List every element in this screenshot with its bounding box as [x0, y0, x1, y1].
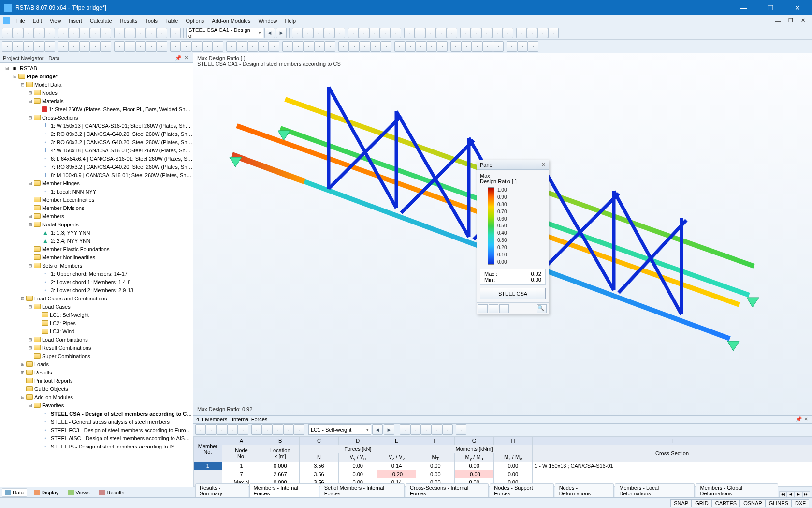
navigator-tab-display[interactable]: Display	[31, 488, 61, 497]
navigator-tree[interactable]: ⊞■RSTAB⊟Pipe bridge*⊟Model Data⊞Nodes⊟Ma…	[0, 63, 193, 487]
navigator-close-icon[interactable]: ✕	[182, 55, 190, 61]
tree-node[interactable]: LC1: Self-weight	[0, 311, 193, 319]
tree-expander-icon[interactable]: ⊞	[27, 345, 34, 350]
toolbar-button[interactable]: ·	[325, 41, 335, 52]
toolbar-button[interactable]: ·	[114, 28, 125, 38]
toolbar-button[interactable]: ·	[191, 41, 202, 52]
results-tab[interactable]: Set of Members - Internal Forces	[320, 483, 405, 497]
tree-node[interactable]: ⊞Nodes	[0, 89, 193, 97]
menu-options[interactable]: Options	[182, 17, 208, 25]
toolbar-button[interactable]: ·	[79, 41, 90, 52]
tree-expander-icon[interactable]: ⊟	[27, 263, 34, 268]
status-toggle-dxf[interactable]: DXF	[792, 499, 809, 507]
maximize-button[interactable]: ☐	[760, 1, 781, 15]
mdi-close-button[interactable]: ✕	[797, 16, 809, 25]
toolbar-button[interactable]: ·	[503, 28, 513, 38]
toolbar-button[interactable]: ·	[181, 41, 191, 52]
menu-table[interactable]: Table	[161, 17, 182, 25]
tree-node[interactable]: ◦1: Upper chord: Members: 14-17	[0, 269, 193, 278]
toolbar-button[interactable]: ·	[405, 41, 416, 52]
tree-node[interactable]: ⊟Load Cases and Combinations	[0, 294, 193, 302]
toolbar-button[interactable]: ·	[2, 28, 13, 38]
toolbar-button[interactable]: ·	[410, 424, 421, 435]
menu-insert[interactable]: Insert	[65, 17, 86, 25]
tree-expander-icon[interactable]: ⊟	[12, 74, 18, 79]
toolbar-button[interactable]: ·	[238, 424, 248, 435]
mdi-restore-button[interactable]: ❐	[784, 16, 797, 25]
tree-node[interactable]: ◦1: Local; NNN NYY	[0, 187, 193, 195]
toolbar-button[interactable]: ·	[394, 41, 405, 52]
tree-node[interactable]: ⊟Member Hinges	[0, 179, 193, 187]
tree-expander-icon[interactable]: ⊞	[19, 362, 26, 367]
tree-node[interactable]: ⊟Materials	[0, 97, 193, 105]
grid-pin-icon[interactable]: 📌	[796, 416, 802, 422]
toolbar-button[interactable]: ·	[537, 28, 548, 38]
toolbar-button[interactable]: ·	[258, 41, 269, 52]
toolbar-button[interactable]: ·	[58, 41, 69, 52]
toolbar-button[interactable]: ·	[44, 28, 55, 38]
toolbar-button[interactable]: ·	[493, 41, 504, 52]
navigator-tab-results[interactable]: Results	[96, 488, 127, 497]
toolbar-button[interactable]: ·	[34, 28, 44, 38]
model-viewport[interactable]: Max Design Ratio [-] STEEL CSA CA1 - Des…	[193, 53, 812, 415]
menu-file[interactable]: File	[13, 17, 29, 25]
table-row[interactable]: 110.0003.560.000.140.000.000.001 - W 150…	[194, 462, 812, 470]
toolbar-button[interactable]: ·	[170, 28, 181, 38]
tree-node[interactable]: ⊞Results	[0, 368, 193, 376]
results-panel[interactable]: Panel ✕ Max Design Ratio [-] 1.000.900.8…	[477, 160, 549, 314]
toolbar-button[interactable]: ·	[314, 41, 325, 52]
toolbar-button[interactable]: ·	[101, 28, 111, 38]
toolbar-button[interactable]: ·	[421, 424, 432, 435]
tree-expander-icon[interactable]: ⊞	[4, 66, 11, 71]
tab-scroll-button[interactable]: ►	[795, 491, 802, 497]
toolbar-button[interactable]: ·	[79, 28, 90, 38]
tab-scroll-button[interactable]: ◄	[787, 491, 795, 497]
tree-node[interactable]: LC3: Wind	[0, 327, 193, 335]
results-tab[interactable]: Members - Internal Forces	[249, 483, 319, 497]
menu-tools[interactable]: Tools	[141, 17, 161, 25]
toolbar-button[interactable]: ·	[146, 28, 157, 38]
results-tab[interactable]: Members - Global Deformations	[696, 483, 778, 497]
toolbar-nav-next[interactable]: ►	[276, 28, 287, 38]
toolbar-button[interactable]: ·	[380, 28, 391, 38]
toolbar-button[interactable]: ·	[294, 424, 304, 435]
toolbar-button[interactable]: ·	[324, 28, 334, 38]
status-toggle-glines[interactable]: GLINES	[766, 499, 792, 507]
panel-tab-1[interactable]	[478, 304, 488, 313]
module-combo[interactable]: STEEL CSA CA1 - Design of	[186, 28, 263, 38]
toolbar-button[interactable]: ·	[283, 424, 294, 435]
tree-node[interactable]: LC2: Pipes	[0, 319, 193, 327]
toolbar-button[interactable]: ·	[415, 28, 425, 38]
tree-expander-icon[interactable]: ⊞	[19, 370, 26, 375]
tree-expander-icon[interactable]: ⊟	[27, 403, 34, 408]
toolbar-button[interactable]: ·	[425, 28, 436, 38]
toolbar-button[interactable]: ·	[227, 424, 238, 435]
toolbar-button[interactable]: ·	[69, 41, 79, 52]
toolbar-button[interactable]: ·	[334, 28, 345, 38]
toolbar-button[interactable]: ·	[273, 424, 283, 435]
toolbar-button[interactable]: ·	[2, 41, 13, 52]
navigator-tab-data[interactable]: Data	[2, 488, 27, 497]
panel-zoom-icon[interactable]: 🔍	[537, 304, 547, 313]
results-tab[interactable]: Nodes - Deformations	[555, 483, 614, 497]
status-toggle-osnap[interactable]: OSNAP	[740, 499, 766, 507]
toolbar-button[interactable]: ·	[157, 41, 167, 52]
toolbar-button[interactable]: ·	[90, 28, 101, 38]
minimize-button[interactable]: —	[733, 1, 754, 15]
tree-node[interactable]: I8: M 100x8.9 | CAN/CSA-S16-01; Steel 26…	[0, 171, 193, 179]
results-grid[interactable]: MemberNo.ABCDEFGHINodeNo.Locationx [m]Fo…	[193, 436, 812, 487]
toolbar-button[interactable]: ·	[381, 41, 392, 52]
toolbar-button[interactable]: ·	[304, 41, 314, 52]
table-row[interactable]: 72.6673.560.00-0.200.00-0.080.00	[194, 470, 812, 478]
toolbar-button[interactable]: ·	[471, 28, 481, 38]
results-tab[interactable]: Cross-Sections - Internal Forces	[406, 483, 489, 497]
tree-expander-icon[interactable]: ⊟	[19, 82, 26, 87]
tree-node[interactable]: ⊟Add-on Modules	[0, 393, 193, 401]
tree-expander-icon[interactable]: ⊟	[27, 222, 34, 227]
tree-expander-icon[interactable]: ⊟	[19, 395, 26, 400]
tree-node[interactable]: ◦2: RO 89x3.2 | CAN/CSA-G40.20; Steel 26…	[0, 130, 193, 138]
toolbar-button[interactable]: ·	[507, 41, 517, 52]
toolbar-button[interactable]: ·	[400, 424, 410, 435]
panel-tab-2[interactable]	[489, 304, 498, 313]
toolbar-button[interactable]: ·	[202, 41, 213, 52]
